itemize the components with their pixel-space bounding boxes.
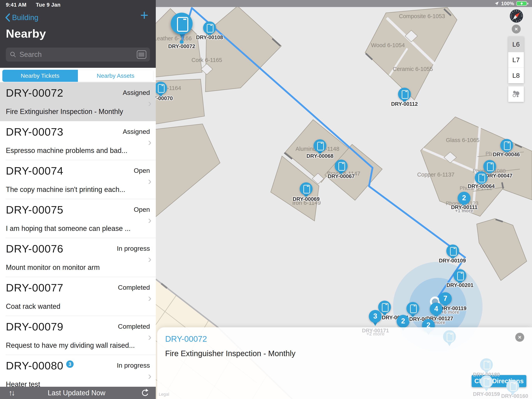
clock: 9:41 AM: [6, 2, 26, 8]
ticket-id: DRY-00072: [6, 86, 63, 99]
sheet-close-button[interactable]: ×: [515, 333, 524, 342]
back-button[interactable]: Building: [5, 12, 38, 23]
floor-button-l8[interactable]: L8: [508, 68, 524, 83]
door-icon: [338, 162, 345, 171]
map-canvas[interactable]: Leather 6-1166Cork 6-11656-1164Composite…: [156, 0, 532, 399]
bubbles-icon: [511, 90, 521, 99]
ticket-row[interactable]: DRY-00077Completed›Coat rack wanted: [0, 277, 156, 316]
cluster-count: 2: [458, 192, 470, 205]
floor-button-l6[interactable]: L6: [508, 37, 524, 52]
ticket-summary: I am hoping that someone can please ...: [6, 225, 130, 233]
ticket-row[interactable]: DRY-00073Assigned›Espresso machine probl…: [0, 121, 156, 160]
ticket-id: DRY-00075: [6, 203, 63, 216]
ticket-row[interactable]: DRY-00076In progress›Mount monitor on mo…: [0, 238, 156, 277]
search-field[interactable]: [6, 48, 150, 62]
ticket-id: DRY-00076: [6, 242, 63, 255]
battery-icon: [516, 0, 529, 6]
sheet-ticket-id[interactable]: DRY-00072: [165, 334, 207, 344]
door-icon: [484, 361, 490, 369]
search-input[interactable]: [19, 50, 133, 59]
door-icon: [487, 162, 494, 171]
door-icon: [484, 378, 490, 386]
door-icon: [450, 247, 457, 256]
map-close-button[interactable]: ×: [512, 25, 521, 33]
app-root: Leather 6-1166Cork 6-11656-1164Composite…: [0, 0, 532, 399]
chevron-right-icon: ›: [148, 370, 152, 382]
floor-selector: L6L7L8: [508, 37, 524, 83]
page-title: Nearby: [6, 27, 46, 40]
ticket-summary: Request to have my dividing wall raised.…: [6, 341, 135, 349]
chevron-right-icon: ›: [148, 253, 152, 265]
ticket-status: Open: [134, 206, 150, 213]
door-icon: [447, 333, 453, 341]
chevron-right-icon: ›: [148, 214, 152, 226]
ticket-row[interactable]: DRY-000803In progress›Heater test: [0, 355, 156, 387]
sort-icon[interactable]: ↑↓: [9, 388, 14, 397]
status-bar-left: 9:41 AM Tue 9 Jan: [6, 2, 61, 8]
ticket-status: Assigned: [123, 128, 150, 135]
ticket-summary: Coat rack wanted: [6, 302, 60, 310]
door-icon: [510, 382, 517, 391]
chevron-right-icon: ›: [148, 292, 152, 304]
ticket-status: Assigned: [123, 89, 150, 97]
door-icon: [207, 24, 213, 32]
ticket-detail-sheet: DRY-00072 Fire Extinguisher Inspection -…: [157, 327, 532, 399]
refresh-button[interactable]: [139, 388, 150, 398]
chevron-right-icon: ›: [148, 175, 152, 187]
chevron-right-icon: ›: [148, 136, 152, 148]
ticket-status: Completed: [118, 284, 150, 291]
ticket-row[interactable]: DRY-00074Open›The copy machine isn't pri…: [0, 160, 156, 199]
chevron-right-icon: ›: [148, 331, 152, 343]
map-status-bar: 100%: [156, 0, 532, 7]
list-footer-bar: ↑↓ Last Updated Now: [0, 387, 156, 399]
ticket-row[interactable]: DRY-00072Assigned›Fire Extinguisher Insp…: [0, 82, 156, 121]
ticket-status: Open: [134, 167, 150, 174]
door-icon: [478, 174, 485, 182]
svg-text:N: N: [514, 16, 516, 20]
cluster-count: 2: [397, 315, 410, 328]
ticket-row[interactable]: DRY-00079Completed›Request to have my di…: [0, 316, 156, 355]
door-icon: [402, 90, 408, 99]
search-icon: [10, 51, 16, 58]
ticket-status: Completed: [118, 323, 150, 330]
door-icon: [504, 142, 511, 150]
segmented-control: Nearby TicketsNearby Assets: [2, 70, 153, 82]
floor-button-l7[interactable]: L7: [508, 52, 524, 68]
ticket-id: DRY-00079: [6, 320, 63, 333]
barcode-scan-icon[interactable]: [137, 50, 146, 59]
refresh-icon: [140, 388, 149, 397]
tab-nearby-tickets[interactable]: Nearby Tickets: [2, 70, 78, 82]
ticket-id: DRY-00074: [6, 164, 63, 177]
ticket-id: DRY-00080: [6, 359, 63, 372]
ticket-summary: The copy machine isn't printing each...: [6, 186, 125, 194]
ticket-id: DRY-00077: [6, 281, 63, 294]
last-updated-label: Last Updated Now: [14, 389, 139, 397]
chevron-right-icon: ›: [148, 97, 152, 109]
nearby-panel: 9:41 AM Tue 9 Jan Building + Nearby: [0, 0, 156, 399]
ticket-summary: Mount monitor on monitor arm: [6, 264, 100, 272]
tab-nearby-assets[interactable]: Nearby Assets: [78, 70, 154, 82]
ticket-summary: Fire Extinguisher Inspection - Monthly: [6, 108, 123, 116]
compass-icon[interactable]: N: [509, 9, 523, 23]
chevron-left-icon: [5, 13, 10, 22]
date: Tue 9 Jan: [36, 2, 61, 8]
door-icon: [303, 185, 310, 193]
ticket-summary: Espresso machine problems and bad...: [6, 147, 127, 155]
back-label: Building: [12, 13, 38, 22]
ticket-status: In progress: [117, 245, 150, 252]
door-icon: [177, 17, 188, 32]
add-button[interactable]: +: [139, 8, 150, 22]
door-icon: [158, 84, 165, 93]
ticket-id: DRY-00073: [6, 125, 63, 138]
door-icon: [382, 303, 388, 312]
panel-header: 9:41 AM Tue 9 Jan Building + Nearby: [0, 0, 156, 68]
ticket-row[interactable]: DRY-00075Open›I am hoping that someone c…: [0, 199, 156, 238]
ticket-summary: Heater test: [6, 380, 40, 387]
cluster-toggle-button[interactable]: [508, 86, 524, 102]
location-arrow-icon: [494, 1, 499, 6]
door-icon: [317, 142, 324, 150]
ticket-status: In progress: [117, 362, 150, 369]
cluster-count: 4: [430, 302, 443, 315]
route-start-dot: [180, 40, 184, 44]
door-icon: [410, 304, 417, 313]
